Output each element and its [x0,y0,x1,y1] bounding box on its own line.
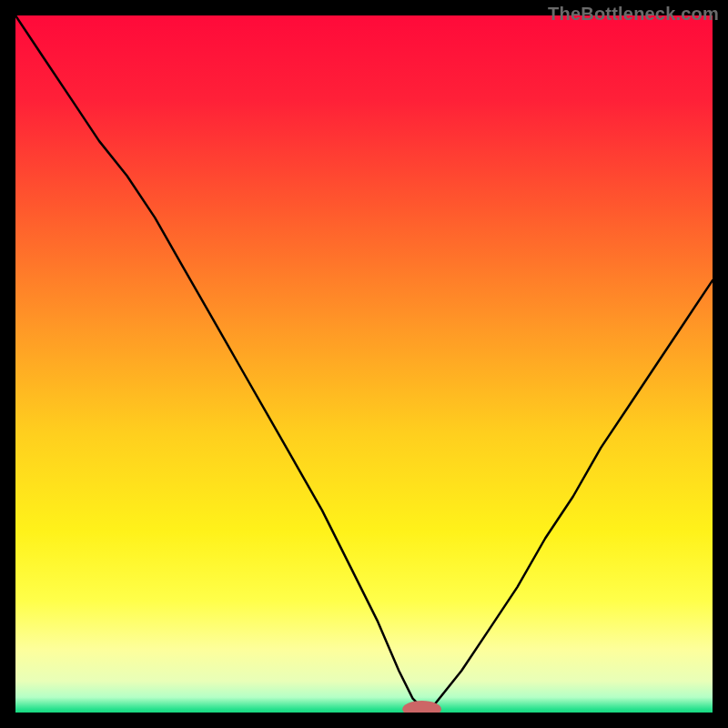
plot-area [15,15,713,713]
bottleneck-chart [15,15,713,713]
chart-frame: TheBottleneck.com [0,0,728,728]
gradient-background [15,15,713,713]
watermark-text: TheBottleneck.com [548,4,719,25]
